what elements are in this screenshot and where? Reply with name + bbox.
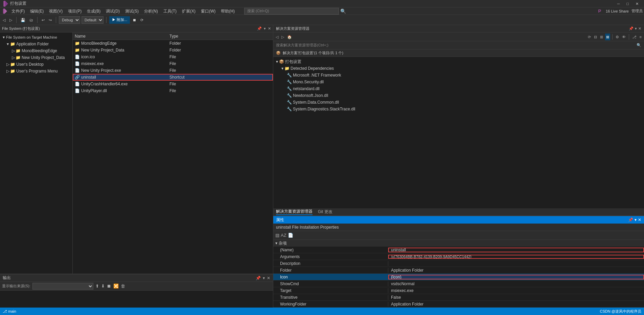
tree-mono-bleeding[interactable]: ▷ 📁 MonoBleedingEdge [0, 47, 72, 54]
toolbar-redo[interactable]: ↪ [47, 16, 53, 24]
file-row-uninstall[interactable]: 🔗 uninstall Shortcut [73, 74, 273, 81]
props-pages[interactable]: 📄 [288, 233, 293, 238]
sol-detected-deps[interactable]: ▾ 📁 Detected Dependencies [273, 65, 644, 72]
props-close[interactable]: ✕ [638, 217, 641, 222]
sol-netframework[interactable]: 🔧 Microsoft .NET Framework [273, 72, 644, 79]
menu-file[interactable]: 文件(F) [9, 7, 27, 15]
props-row-showcmd[interactable]: ShowCmd vsdscNormal [273, 280, 644, 287]
output-toolbar-btn4[interactable]: 🔀 [113, 284, 119, 289]
sol-mono-security[interactable]: 🔧 Mono.Security.dll [273, 79, 644, 85]
output-toolbar-btn3[interactable]: ⏹ [107, 284, 111, 289]
tree-application-folder[interactable]: ▾ 📁 Application Folder [0, 41, 72, 47]
output-source-select[interactable] [32, 283, 93, 290]
toolbar-back[interactable]: ◁ [1, 16, 7, 24]
sol-forward-btn[interactable]: ▷ [280, 34, 285, 40]
close-button[interactable]: ✕ [633, 0, 641, 7]
sol-newtonsoft[interactable]: 🔧 Newtonsoft.Json.dll [273, 92, 644, 99]
menu-help[interactable]: 帮助(H) [218, 7, 237, 15]
sol-collapse-btn[interactable]: ⊟ [593, 34, 598, 40]
panel-controls[interactable]: 📌 ▾ ✕ [257, 26, 271, 31]
sol-home-btn[interactable]: 🏠 [286, 34, 293, 40]
pin-icon[interactable]: 📌 [257, 26, 262, 31]
toolbar-save-all[interactable]: 🗂 [28, 16, 34, 24]
sol-system-data[interactable]: 🔧 System.Data.Common.dll [273, 99, 644, 106]
file-row-msiexec[interactable]: 📄 msiexec.exe File [73, 60, 273, 67]
debug-config-select[interactable]: Debug [59, 16, 80, 24]
props-sort-alpha[interactable]: AZ [281, 233, 286, 238]
file-row-mono[interactable]: 📁 MonoBleedingEdge Folder [73, 40, 273, 47]
menu-analyze[interactable]: 分析(N) [141, 7, 161, 15]
file-row-icon[interactable]: 📄 icon.ico File [73, 54, 273, 60]
liveshare-btn[interactable]: 16 Live Share [606, 9, 629, 13]
right-close[interactable]: ✕ [638, 26, 641, 31]
props-row-target[interactable]: Target msiexec.exe [273, 287, 644, 294]
sol-filter-btn[interactable]: ⊞ [599, 34, 604, 40]
right-panel-controls[interactable]: 📌 ▾ ✕ [629, 26, 641, 31]
manage-btn[interactable]: 管理员 [631, 8, 643, 14]
tab-solution-explorer[interactable]: 解决方案资源管理器 [276, 209, 313, 215]
sol-refresh-btn[interactable]: ⟳ [587, 34, 592, 40]
search-box[interactable]: 搜索 (Ctrl+Q) [244, 8, 339, 15]
search-icon[interactable]: 🔍 [340, 8, 346, 14]
menu-tools[interactable]: 工具(T) [161, 7, 179, 15]
props-row-name[interactable]: (Name) uninstall [273, 247, 644, 253]
file-row-crash[interactable]: 📄 UnityCrashHandler64.exe File [73, 81, 273, 87]
output-toolbar-btn5[interactable]: 🗑 [121, 284, 125, 289]
menu-debug[interactable]: 调试(D) [103, 7, 122, 15]
toolbar-save[interactable]: 💾 [19, 16, 27, 24]
props-sort-cat[interactable]: ▤ [275, 233, 279, 238]
tree-user-programs[interactable]: ▷ 📁 User's Programs Menu [0, 68, 72, 75]
menu-build[interactable]: 生成(B) [84, 7, 103, 15]
maximize-button[interactable]: □ [624, 0, 631, 7]
sol-settings-btn[interactable]: ≡ [639, 34, 643, 40]
props-header-controls[interactable]: 📌 ▾ ✕ [628, 217, 641, 222]
sol-git-btn[interactable]: ⎇ [631, 34, 638, 40]
solution-search[interactable]: 搜索解决方案资源管理器(Ctrl+;) 🔍 [273, 41, 644, 49]
minimize-button[interactable]: ─ [615, 0, 623, 7]
run-button[interactable]: ▶ 附加... [109, 16, 130, 24]
tab-git[interactable]: Git 更改 [318, 209, 332, 215]
props-menu[interactable]: ▾ [635, 217, 637, 222]
sol-netstandard[interactable]: 🔧 netstandard.dll [273, 85, 644, 92]
props-row-folder[interactable]: Folder Application Folder [273, 267, 644, 274]
title-bar-controls[interactable]: ─ □ ✕ [615, 0, 641, 7]
search-controls[interactable]: 🔍 [637, 43, 641, 47]
output-pin[interactable]: 📌 [256, 276, 261, 280]
tree-new-unity-data[interactable]: ▷ 📁 New Unity Project_Data [0, 54, 72, 61]
output-menu[interactable]: ▾ [263, 276, 265, 280]
right-menu[interactable]: ▾ [635, 26, 637, 31]
menu-view[interactable]: 视图(V) [46, 7, 65, 15]
menu-project[interactable]: 项目(P) [65, 7, 84, 15]
right-pin[interactable]: 📌 [629, 26, 634, 31]
toolbar-undo[interactable]: ↩ [40, 16, 46, 24]
toolbar-restart[interactable]: ⟳ [139, 16, 145, 24]
props-row-description[interactable]: Description [273, 260, 644, 267]
sol-system-diag[interactable]: 🔧 System.Diagnostics.StackTrace.dll [273, 106, 644, 112]
sol-properties-btn[interactable]: ⚙ [615, 34, 620, 40]
close-panel-icon[interactable]: ✕ [268, 26, 271, 31]
tree-user-desktop[interactable]: ▷ 📁 User's Desktop [0, 61, 72, 68]
props-row-arguments[interactable]: Arguments /x{763064BB-B782-4139-B209-9A9… [273, 253, 644, 260]
platform-select[interactable]: Default [82, 16, 104, 24]
sol-back-btn[interactable]: ◁ [275, 34, 279, 40]
tree-root[interactable]: ▾ File System on Target Machine [0, 34, 72, 41]
output-toolbar-btn1[interactable]: ⬆ [95, 284, 99, 289]
file-row-unity-exe[interactable]: 📄 New Unity Project.exe File [73, 67, 273, 74]
toolbar-stop[interactable]: ⏹ [131, 16, 138, 24]
output-toolbar-btn2[interactable]: ⬇ [101, 284, 105, 289]
props-row-transitive[interactable]: Transitive False [273, 294, 644, 301]
menu-test[interactable]: 测试(S) [122, 7, 141, 15]
output-controls[interactable]: 📌 ▾ ✕ [256, 276, 270, 280]
panel-menu-icon[interactable]: ▾ [264, 26, 266, 31]
props-row-workingfolder[interactable]: WorkingFolder Application Folder [273, 301, 644, 308]
menu-edit[interactable]: 编辑(E) [27, 7, 46, 15]
file-row-player[interactable]: 📄 UnityPlayer.dll File [73, 87, 273, 94]
menu-extensions[interactable]: 扩展(X) [179, 7, 198, 15]
sol-preview-btn[interactable]: 👁 [621, 34, 627, 40]
props-row-icon[interactable]: Icon (Icon) [273, 274, 644, 280]
props-pin[interactable]: 📌 [628, 217, 633, 222]
sol-packaging[interactable]: ▾ 📦 打包设置 [273, 58, 644, 65]
search-sol-icon[interactable]: 🔍 [637, 43, 641, 47]
sol-show-all-btn[interactable]: ⊠ [605, 34, 610, 40]
file-row-unity-data[interactable]: 📁 New Unity Project_Data Folder [73, 47, 273, 54]
